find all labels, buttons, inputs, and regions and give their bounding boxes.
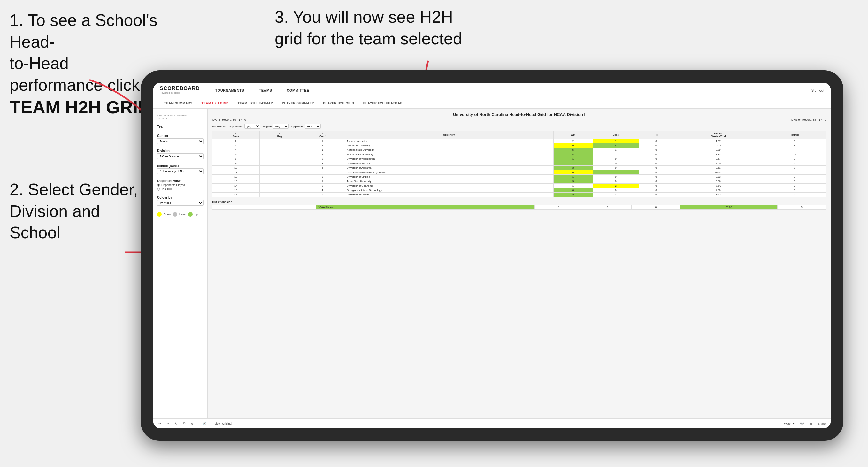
cell-loss: 0	[593, 188, 639, 193]
colour-by-label: Colour by	[157, 196, 204, 199]
paste-button[interactable]: ⊕	[190, 421, 195, 426]
opponents-select[interactable]: (All)	[244, 124, 260, 129]
clock-button[interactable]: 🕐	[202, 421, 208, 426]
out-of-division-label: Out of division	[212, 200, 826, 204]
col-reg: #Reg	[259, 131, 300, 139]
cell-rank: 12	[212, 175, 260, 179]
radio-group: Opponents Played Top 100	[157, 183, 204, 191]
cell-tie: 0	[639, 188, 673, 193]
tab-team-summary[interactable]: TEAM SUMMARY	[160, 99, 197, 108]
gender-select[interactable]: Men's	[157, 138, 204, 144]
cell-conf: 3	[300, 175, 345, 179]
table-row: 11 6 University of Arkansas, Fayettevill…	[212, 170, 826, 175]
watch-button[interactable]: Watch ▾	[783, 421, 796, 426]
nav-teams[interactable]: TEAMS	[256, 87, 274, 94]
col-win: Win	[553, 131, 593, 139]
cell-loss: 1	[593, 148, 639, 152]
cell-opponent: University of Alabama	[345, 166, 554, 170]
legend-up-dot	[188, 212, 193, 217]
region-select[interactable]: (All)	[273, 124, 289, 129]
cell-rounds: 9	[763, 188, 826, 193]
cell-opponent: University of Arizona	[345, 161, 554, 166]
cell-rounds: 3	[763, 170, 826, 175]
legend-down-label: Down	[163, 213, 171, 216]
undo-button[interactable]: ↩	[157, 421, 162, 426]
logo-bar	[160, 95, 200, 95]
col-rounds: Rounds	[763, 131, 826, 139]
cell-reg	[259, 148, 300, 152]
data-table: #Rank #Reg #Conf Opponent Win Loss Tie D…	[212, 131, 826, 197]
share-icon[interactable]: ⊞	[808, 421, 813, 426]
school-section: School (Rank) 1. University of Nort...	[157, 164, 204, 174]
main-content: Last Updated: 27/03/2024 16:55:38 Team G…	[153, 109, 831, 418]
opponent-view-label: Opponent View	[157, 179, 204, 183]
copy-button[interactable]: ⧉	[182, 421, 187, 426]
tab-team-h2h-heatmap[interactable]: TEAM H2H HEATMAP	[233, 99, 278, 108]
cell-rounds: 9	[763, 184, 826, 188]
tab-player-h2h-grid[interactable]: PLAYER H2H GRID	[318, 99, 359, 108]
tab-player-summary[interactable]: PLAYER SUMMARY	[277, 99, 318, 108]
conference-filter-label: Conference	[212, 125, 226, 128]
odd-reg	[247, 205, 281, 210]
division-record: Division Record: 88 - 17 - 0	[791, 118, 826, 121]
cell-rounds: 9	[763, 139, 826, 144]
cell-diff: -2.29	[674, 144, 763, 148]
cell-diff: 2.61	[674, 166, 763, 170]
cell-win: 3	[553, 179, 593, 184]
table-row: 10 5 University of Alabama 3 0 0 2.61 8	[212, 166, 826, 170]
cell-diff: -6.42	[674, 193, 763, 197]
col-conf: #Conf	[300, 131, 345, 139]
cell-loss: 0	[593, 166, 639, 170]
tablet-screen: SCOREBOARD Powered by clippi TOURNAMENTS…	[153, 83, 831, 428]
legend-level-dot	[173, 212, 177, 217]
radio-opponents-played[interactable]: Opponents Played	[157, 183, 204, 187]
cell-rank: 6	[212, 152, 260, 157]
nav-bar: SCOREBOARD Powered by clippi TOURNAMENTS…	[153, 83, 831, 98]
cell-reg	[259, 193, 300, 197]
nav-committee[interactable]: COMMITTEE	[284, 87, 312, 94]
cell-reg	[259, 179, 300, 184]
cell-rounds: 9	[763, 193, 826, 197]
division-label: Division	[157, 149, 204, 153]
nav-tournaments[interactable]: TOURNAMENTS	[213, 87, 247, 94]
cell-reg	[259, 184, 300, 188]
odd-diff: 26.00	[680, 205, 778, 210]
forward-button[interactable]: ↻	[174, 421, 179, 426]
share-button[interactable]: Share	[816, 421, 827, 426]
cell-rank: 16	[212, 193, 260, 197]
cell-rounds: 2	[763, 161, 826, 166]
col-diff: Diff AvStrokes/Rnd	[674, 131, 763, 139]
logo-text: SCOREBOARD	[160, 86, 200, 91]
table-row: 6 2 Florida State University 4 2 0 1.83 …	[212, 152, 826, 157]
col-tie: Tie	[639, 131, 673, 139]
cell-rounds: 3	[763, 175, 826, 179]
opponent-select[interactable]: (All)	[305, 124, 321, 129]
division-select[interactable]: NCAA Division I	[157, 153, 204, 159]
odd-opponent: NCAA Division II	[316, 205, 535, 210]
cell-opponent: Texas Tech University	[345, 179, 554, 184]
cell-reg	[259, 170, 300, 175]
colour-by-select[interactable]: Win/loss	[157, 200, 204, 206]
odd-tie: 0	[631, 205, 680, 210]
cell-conf: 6	[300, 170, 345, 175]
sign-out-button[interactable]: Sign out	[811, 89, 824, 92]
cell-opponent: University of Florida	[345, 193, 554, 197]
grid-title: University of North Carolina Head-to-Hea…	[212, 112, 826, 117]
cell-rounds: 8	[763, 166, 826, 170]
comment-button[interactable]: 💬	[799, 421, 805, 426]
cell-loss: 2	[593, 152, 639, 157]
tab-team-h2h-grid[interactable]: TEAM H2H GRID	[197, 99, 233, 108]
cell-opponent: Florida State University	[345, 152, 554, 157]
school-select[interactable]: 1. University of Nort...	[157, 168, 204, 174]
cell-diff: -4.33	[674, 170, 763, 175]
cell-diff: 4.50	[674, 188, 763, 193]
radio-top100[interactable]: Top 100	[157, 187, 204, 191]
cell-reg	[259, 152, 300, 157]
team-label: Team	[157, 125, 204, 128]
odd-rounds: 3	[778, 205, 826, 210]
tab-player-h2h-heatmap[interactable]: PLAYER H2H HEATMAP	[359, 99, 407, 108]
cell-diff: 1.83	[674, 152, 763, 157]
team-section: Team	[157, 125, 204, 129]
redo-button[interactable]: ↪	[165, 421, 170, 426]
filter-conference: Conference	[212, 125, 226, 128]
